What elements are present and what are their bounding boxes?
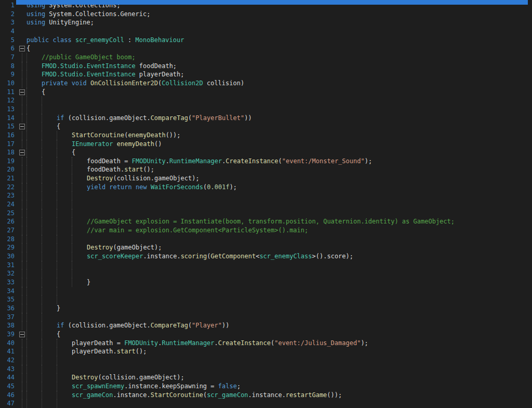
code-token	[72, 36, 75, 45]
code-content[interactable]: IEnumerator enemyDeath()	[26, 140, 162, 149]
code-content[interactable]: Destroy(gameObject);	[26, 243, 162, 252]
code-content[interactable]: FMOD.Studio.EventInstance playerDeath;	[26, 70, 184, 79]
fold-guide-line	[22, 252, 22, 261]
code-line: 42	[0, 356, 532, 365]
code-content[interactable]	[26, 105, 57, 114]
fold-guide-line	[22, 235, 22, 244]
indent-guide	[57, 243, 72, 252]
indent-guide	[42, 191, 57, 200]
fold-guide-line	[22, 165, 22, 174]
code-line: 4	[0, 27, 532, 36]
line-number: 6	[0, 44, 18, 53]
code-content[interactable]	[26, 200, 87, 209]
line-number: 22	[0, 183, 18, 192]
fold-collapse-button[interactable]	[19, 89, 25, 95]
code-content[interactable]: playerDeath.start();	[26, 347, 147, 356]
code-content[interactable]: private void OnCollisionEnter2D(Collisio…	[26, 79, 244, 88]
code-token: .instance.	[113, 391, 150, 400]
code-content[interactable]: playerDeath = FMODUnity.RuntimeManager.C…	[26, 339, 368, 348]
code-editor[interactable]: 1using System.Collections;2using System.…	[0, 0, 532, 408]
code-content[interactable]: public class scr_enemyColl : MonoBehavio…	[26, 36, 184, 45]
indent-guide	[26, 79, 42, 88]
code-content[interactable]: //public GameObject boom;	[26, 53, 136, 62]
code-content[interactable]: {	[26, 330, 60, 339]
code-content[interactable]	[26, 295, 72, 304]
code-content[interactable]: foodDeath = FMODUnity.RuntimeManager.Cre…	[26, 157, 372, 166]
fold-guide-line	[22, 304, 22, 313]
indent-guide	[26, 148, 42, 157]
code-content[interactable]: if (collision.gameObject.CompareTag("Pla…	[26, 321, 229, 330]
fold-margin	[18, 122, 26, 131]
code-content[interactable]	[26, 287, 72, 296]
code-content[interactable]	[26, 209, 87, 218]
code-line: 24	[0, 200, 532, 209]
code-content[interactable]: FMOD.Studio.EventInstance foodDeath;	[26, 62, 177, 71]
line-number: 20	[0, 165, 18, 174]
indent-guide	[42, 278, 57, 287]
fold-margin	[18, 70, 26, 79]
indent-guide	[42, 373, 57, 382]
code-content[interactable]: {	[26, 148, 75, 157]
fold-collapse-button[interactable]	[19, 150, 25, 155]
code-content[interactable]: //var main = explosion.GetComponent<Part…	[26, 226, 308, 235]
code-content[interactable]: }	[26, 278, 90, 287]
code-token: StartCoroutine	[72, 131, 124, 140]
indent-guide	[26, 399, 42, 408]
code-content[interactable]: using UnityEngine;	[26, 18, 94, 27]
fold-margin	[18, 330, 26, 339]
indent-guide	[26, 209, 42, 218]
code-content[interactable]	[26, 235, 87, 244]
code-token: foodDeath;	[136, 62, 177, 71]
code-content[interactable]: yield return new WaitForSeconds(0.001f);	[26, 183, 237, 192]
code-content[interactable]: {	[26, 44, 30, 53]
indent-guide	[26, 191, 42, 200]
code-token: OnCollisionEnter2D	[90, 79, 158, 88]
code-content[interactable]: scr_gameCon.instance.StartCoroutine(scr_…	[26, 391, 342, 400]
fold-collapse-button[interactable]	[19, 46, 25, 51]
code-content[interactable]	[26, 365, 72, 374]
code-content[interactable]	[26, 261, 87, 270]
code-content[interactable]: //GameObject explosion = Instantiate(boo…	[26, 217, 455, 226]
fold-margin	[18, 148, 26, 157]
code-content[interactable]: StartCoroutine(enemyDeath());	[26, 131, 181, 140]
fold-collapse-button[interactable]	[19, 124, 25, 129]
indent-guide	[57, 157, 72, 166]
indent-guide	[72, 174, 87, 183]
fold-margin	[18, 235, 26, 244]
code-token: false	[218, 382, 237, 391]
indent-guide	[57, 235, 72, 244]
code-content[interactable]: {	[26, 122, 60, 131]
indent-guide	[42, 200, 57, 209]
code-token: enemyDeath	[117, 140, 154, 149]
indent-guide	[26, 347, 42, 356]
code-content[interactable]	[26, 313, 57, 322]
indent-guide	[42, 295, 57, 304]
fold-collapse-button[interactable]	[19, 332, 25, 337]
code-content[interactable]: }	[26, 304, 60, 313]
indent-guide	[72, 157, 87, 166]
code-line: 29Destroy(gameObject);	[0, 243, 532, 252]
fold-margin	[18, 278, 26, 287]
code-content[interactable]: scr_scoreKeeper.instance.scoring(GetComp…	[26, 252, 353, 261]
code-content[interactable]: {	[26, 88, 45, 97]
code-content[interactable]	[26, 269, 87, 278]
indent-guide	[26, 330, 42, 339]
code-content[interactable]	[26, 356, 72, 365]
code-content[interactable]: Destroy(collision.gameObject);	[26, 373, 184, 382]
line-number: 46	[0, 391, 18, 400]
code-content[interactable]	[26, 96, 57, 105]
indent-guide	[42, 157, 57, 166]
code-content[interactable]: Destroy(collision.gameObject);	[26, 174, 200, 183]
code-token	[113, 140, 116, 149]
fold-margin	[18, 356, 26, 365]
code-content[interactable]: if (collision.gameObject.CompareTag("Pla…	[26, 114, 252, 123]
code-token: RuntimeManager	[169, 157, 222, 166]
fold-guide-line	[22, 295, 22, 304]
code-content[interactable]: using System.Collections.Generic;	[26, 10, 150, 19]
code-lines: 1using System.Collections;2using System.…	[0, 1, 532, 408]
code-content[interactable]: scr_spawnEnemy.instance.keepSpawning = f…	[26, 382, 241, 391]
code-content[interactable]	[26, 399, 72, 408]
code-content[interactable]: foodDeath.start();	[26, 165, 154, 174]
indent-guide	[57, 399, 72, 408]
code-content[interactable]	[26, 191, 87, 200]
